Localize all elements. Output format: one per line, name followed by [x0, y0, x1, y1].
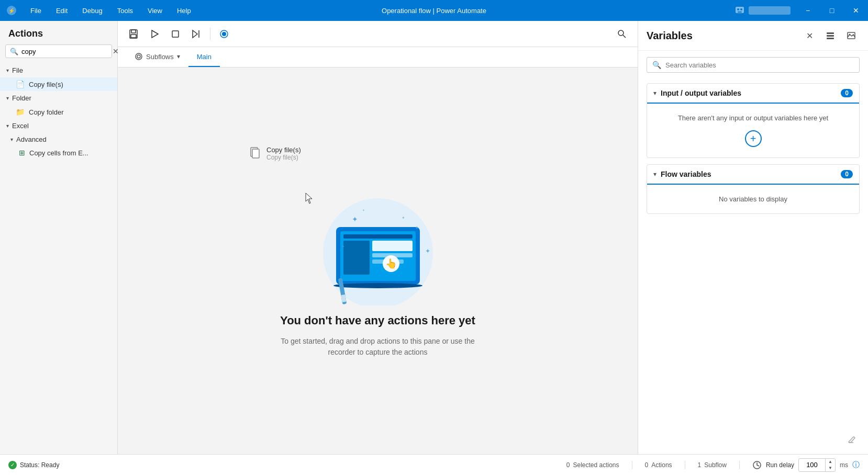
add-variable-button[interactable]: + — [745, 130, 762, 147]
chevron-down-icon: ▾ — [10, 137, 13, 142]
editor-canvas[interactable]: Copy file(s) Copy file(s) — [118, 67, 638, 454]
menu-view[interactable]: View — [140, 0, 170, 21]
svg-point-15 — [618, 30, 624, 36]
tree-group-file-label: File — [12, 66, 23, 74]
run-delay-up-button[interactable]: ▲ — [826, 459, 835, 465]
input-output-body: There aren't any input or output variabl… — [647, 104, 859, 157]
save-icon — [128, 29, 139, 39]
subflows-icon — [135, 52, 143, 61]
menu-help[interactable]: Help — [170, 0, 198, 21]
input-output-header[interactable]: ▾ Input / output variables 0 — [647, 84, 859, 104]
subflow-count: 1 — [698, 461, 702, 469]
subflows-chevron-icon: ▾ — [177, 53, 180, 60]
info-icon[interactable]: ⓘ — [852, 460, 860, 470]
flow-variables-title: Flow variables — [661, 170, 837, 178]
menu-tools[interactable]: Tools — [110, 0, 140, 21]
run-button[interactable] — [145, 25, 164, 43]
flow-variables-header[interactable]: ▾ Flow variables 0 — [647, 165, 859, 185]
actions-search-input[interactable] — [21, 48, 109, 55]
chevron-down-icon: ▾ — [653, 171, 656, 178]
run-delay-value[interactable] — [799, 460, 825, 470]
flow-variables-section: ▾ Flow variables 0 No variables to displ… — [647, 164, 860, 214]
svg-point-3 — [737, 8, 739, 10]
svg-point-44 — [849, 34, 851, 36]
stop-button[interactable] — [166, 25, 185, 43]
tree-item-copy-cells-label: Copy cells from E... — [29, 149, 88, 157]
variables-layers-button[interactable] — [822, 27, 839, 44]
eraser-icon — [846, 435, 856, 446]
svg-rect-5 — [738, 12, 742, 13]
titlebar: ⚡ File Edit Debug Tools View Help Operat… — [0, 0, 868, 21]
tree-group-file[interactable]: ▾ File — [0, 63, 117, 77]
svg-marker-11 — [193, 30, 197, 38]
variables-search-icon: 🔍 — [652, 61, 661, 69]
tree-subgroup-advanced[interactable]: ▾ Advanced — [0, 133, 117, 146]
tree-item-copy-cells[interactable]: ⊞ Copy cells from E... — [0, 146, 117, 160]
variables-close-button[interactable]: ✕ — [801, 27, 818, 44]
step-button[interactable] — [187, 25, 206, 43]
input-output-title: Input / output variables — [661, 89, 837, 97]
svg-rect-20 — [252, 149, 259, 158]
close-button[interactable]: ✕ — [844, 0, 868, 21]
play-icon — [150, 29, 159, 39]
flow-variables-empty-text: No variables to display — [658, 195, 849, 203]
menu-debug[interactable]: Debug — [75, 0, 109, 21]
tab-main[interactable]: Main — [188, 47, 220, 67]
drag-action-sub: Copy file(s) — [266, 154, 301, 161]
empty-desc: To get started, drag and drop actions to… — [273, 336, 483, 358]
svg-rect-26 — [372, 241, 413, 251]
menu-file[interactable]: File — [23, 0, 49, 21]
dragged-action-preview: Copy file(s) Copy file(s) — [243, 141, 306, 166]
flow-variables-body: No variables to display — [647, 185, 859, 213]
svg-rect-7 — [131, 30, 136, 33]
record-icon — [219, 29, 229, 39]
eraser-button[interactable] — [843, 432, 860, 449]
layers-icon — [826, 31, 835, 40]
run-delay-down-button[interactable]: ▼ — [826, 465, 835, 471]
status-ready: ✓ Status: Ready — [8, 461, 59, 469]
actions-search-box[interactable]: 🔍 ✕ — [5, 44, 112, 58]
svg-text:✦: ✦ — [402, 216, 405, 220]
svg-rect-42 — [827, 38, 834, 39]
robot-icon — [734, 5, 745, 16]
menu-edit[interactable]: Edit — [49, 0, 75, 21]
record-button[interactable] — [215, 25, 233, 43]
tree-group-folder[interactable]: ▾ Folder — [0, 91, 117, 105]
tab-subflows[interactable]: Subflows ▾ — [126, 47, 188, 67]
minimize-button[interactable]: − — [796, 0, 820, 21]
svg-text:👆: 👆 — [385, 258, 397, 269]
search-flow-button[interactable] — [613, 25, 631, 43]
actions-panel: Actions 🔍 ✕ ▾ File 📄 Copy file(s) ▾ Fold… — [0, 21, 118, 454]
tree-item-copy-folder[interactable]: 📁 Copy folder — [0, 105, 117, 119]
selected-actions-label: Selected actions — [573, 461, 619, 469]
variables-header: Variables ✕ — [638, 21, 868, 51]
svg-marker-9 — [152, 30, 158, 38]
variables-search-input[interactable] — [665, 61, 854, 69]
actions-panel-title: Actions — [0, 21, 117, 44]
run-delay-section: Run delay ▲ ▼ ms ⓘ — [752, 458, 860, 472]
variables-search-box[interactable]: 🔍 — [647, 57, 860, 73]
input-output-count: 0 — [841, 89, 853, 97]
clock-icon — [752, 460, 762, 470]
svg-point-17 — [136, 53, 142, 60]
search-icon — [617, 29, 627, 39]
input-output-section: ▾ Input / output variables 0 There aren'… — [647, 83, 860, 158]
subflow-section: 1 Subflow — [698, 461, 727, 469]
tree-group-folder-label: Folder — [12, 94, 31, 102]
variables-header-icons: ✕ — [801, 27, 860, 44]
save-button[interactable] — [124, 25, 143, 43]
chevron-down-icon: ▾ — [6, 123, 9, 129]
chevron-down-icon: ▾ — [6, 95, 9, 101]
tree-group-excel[interactable]: ▾ Excel — [0, 119, 117, 133]
chevron-down-icon: ▾ — [653, 89, 656, 97]
svg-point-31 — [333, 283, 422, 288]
variables-image-button[interactable] — [843, 27, 860, 44]
selected-actions-count: 0 — [566, 461, 570, 469]
tree-subgroup-advanced-label: Advanced — [16, 135, 47, 143]
maximize-button[interactable]: □ — [820, 0, 844, 21]
actions-label: Actions — [651, 461, 672, 469]
run-delay-input[interactable]: ▲ ▼ — [798, 458, 836, 472]
flow-editor: Subflows ▾ Main Copy file(s) Copy file — [118, 21, 638, 454]
tree-item-copy-files[interactable]: 📄 Copy file(s) — [0, 77, 117, 91]
variables-panel: Variables ✕ — [638, 21, 868, 454]
